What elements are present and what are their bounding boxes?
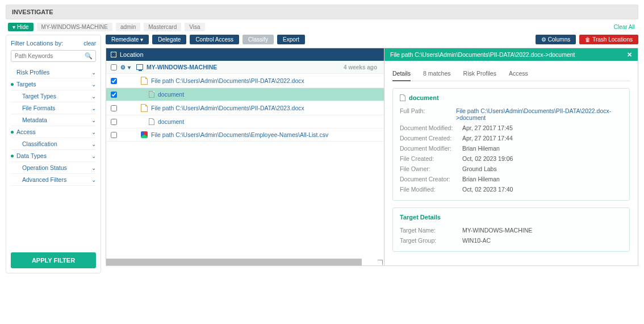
filter-item[interactable]: Risk Profiles⌄ <box>11 67 96 78</box>
file-icon <box>141 104 148 112</box>
status-dot-icon <box>11 83 14 86</box>
detail-row: Document Creator:Brian Hileman <box>400 174 622 184</box>
host-row[interactable]: ⚙ ▾ MY-WINDOWS-MACHINE 4 weeks ago <box>106 61 384 74</box>
filter-clear-link[interactable]: clear <box>83 40 96 47</box>
chevron-down-icon: ⌄ <box>91 129 96 135</box>
gear-icon: ⚙ <box>120 64 126 70</box>
row-checkbox[interactable] <box>111 119 117 125</box>
chevron-down-icon: ⌄ <box>91 141 96 147</box>
row-path: document <box>158 91 184 98</box>
tab-risk-profiles[interactable]: Risk Profiles <box>463 68 496 81</box>
filter-item[interactable]: Metadata⌄ <box>11 114 96 126</box>
filter-sidebar: Filter Locations by: clear 🔍 Risk Profil… <box>6 35 101 273</box>
tab-access[interactable]: Access <box>509 68 528 81</box>
close-icon[interactable]: ✕ <box>627 51 632 58</box>
detail-value: Oct, 02 2023 19:06 <box>462 155 513 162</box>
hide-button[interactable]: ▾ Hide <box>8 23 34 31</box>
chevron-down-icon: ⌄ <box>91 177 96 183</box>
trash-locations-button[interactable]: 🗑 Trash Locations <box>579 35 638 44</box>
delegate-button[interactable]: Delegate <box>152 35 186 44</box>
filter-item[interactable]: Target Types⌄ <box>11 90 96 102</box>
table-row[interactable]: File path C:\Users\Admin\Documents\Emplo… <box>106 128 384 142</box>
remediate-button[interactable]: Remediate ▾ <box>106 35 149 44</box>
filter-icon: ▾ <box>12 24 15 30</box>
host-name: MY-WINDOWS-MACHINE <box>147 64 217 70</box>
detail-key: File Owner: <box>400 165 462 172</box>
filter-item[interactable]: Advanced Filters⌄ <box>11 174 96 186</box>
row-checkbox[interactable] <box>111 105 117 111</box>
tag-mastercard[interactable]: Mastercard <box>144 23 181 31</box>
chevron-down-icon: ⌄ <box>91 165 96 171</box>
document-icon <box>149 118 154 125</box>
export-button[interactable]: Export <box>277 35 305 44</box>
filter-item[interactable]: Classification⌄ <box>11 138 96 150</box>
columns-button[interactable]: ⚙ Columns <box>536 35 576 44</box>
tag-visa[interactable]: Visa <box>185 23 204 31</box>
filter-label: Operation Status <box>22 164 67 171</box>
host-time: 4 weeks ago <box>344 64 379 70</box>
chevron-down-icon: ▾ <box>128 64 131 70</box>
document-icon <box>149 91 154 98</box>
tab-details[interactable]: Details <box>392 68 411 81</box>
apply-filter-button[interactable]: APPLY FILTER <box>11 252 96 268</box>
detail-value: Ground Labs <box>462 165 497 172</box>
horizontal-scrollbar[interactable] <box>106 259 384 265</box>
row-path: File path C:\Users\Admin\Documents\PII-D… <box>151 77 304 84</box>
detail-value: WIN10-AC <box>462 237 491 244</box>
row-checkbox[interactable] <box>111 132 117 138</box>
detail-row: Document Modified:Apr, 27 2017 17:45 <box>400 123 622 133</box>
chevron-down-icon: ⌄ <box>91 81 96 88</box>
detail-row: File Modified:Oct, 02 2023 17:40 <box>400 184 622 194</box>
table-row[interactable]: File path C:\Users\Admin\Documents\PII-D… <box>106 101 384 115</box>
tag-machine[interactable]: MY-WINDOWS-MACHINE <box>37 23 112 31</box>
inspector-title: File path C:\Users\Admin\Documents\PII-D… <box>390 51 575 58</box>
detail-row: Document Modifier:Brian Hileman <box>400 143 622 153</box>
filter-item[interactable]: File Formats⌄ <box>11 102 96 114</box>
detail-row: Document Created:Apr, 27 2017 17:44 <box>400 133 622 143</box>
match-inspector-panel: File path C:\Users\Admin\Documents\PII-D… <box>384 48 638 265</box>
filter-item[interactable]: Access⌄ <box>11 126 96 138</box>
detail-key: File Created: <box>400 155 462 162</box>
detail-value: Apr, 27 2017 17:45 <box>462 124 513 131</box>
status-dot-icon <box>11 155 14 157</box>
detail-row: File Owner:Ground Labs <box>400 164 622 174</box>
search-input[interactable] <box>11 50 96 62</box>
chevron-down-icon: ⌄ <box>91 93 96 99</box>
target-detail-row: Target Group:WIN10-AC <box>400 235 622 246</box>
clear-all-link[interactable]: Clear All <box>614 24 638 30</box>
detail-value: Brian Hileman <box>462 176 500 182</box>
chevron-down-icon: ⌄ <box>91 153 96 159</box>
row-checkbox[interactable] <box>111 92 117 98</box>
classify-button[interactable]: Classify <box>242 35 274 44</box>
table-row[interactable]: document <box>106 115 384 128</box>
row-checkbox[interactable] <box>111 78 117 84</box>
detail-key: File Modified: <box>400 186 462 193</box>
detail-value[interactable]: File path C:\Users\Admin\Documents\PII-D… <box>456 107 622 121</box>
chevron-down-icon: ▾ <box>140 36 143 43</box>
control-access-button[interactable]: Control Access <box>190 35 239 44</box>
host-checkbox[interactable] <box>111 64 117 70</box>
target-details-heading: Target Details <box>400 214 622 221</box>
document-icon <box>400 94 405 101</box>
detail-value: Apr, 27 2017 17:44 <box>462 135 513 142</box>
detail-row: Full Path:File path C:\Users\Admin\Docum… <box>400 106 622 123</box>
filter-item[interactable]: Data Types⌄ <box>11 150 96 162</box>
select-all-checkbox[interactable] <box>111 52 116 57</box>
filter-item[interactable]: Targets⌄ <box>11 78 96 90</box>
filter-item[interactable]: Operation Status⌄ <box>11 162 96 174</box>
tab-matches[interactable]: 8 matches <box>423 68 450 81</box>
host-icon <box>136 64 143 70</box>
table-row[interactable]: document <box>106 88 384 101</box>
search-icon[interactable]: 🔍 <box>85 52 93 60</box>
detail-value: Brian Hileman <box>462 145 500 152</box>
detail-value: MY-WINDOWS-MACHINE <box>462 227 532 234</box>
page-title: INVESTIGATE <box>6 5 638 19</box>
trash-label: Trash Locations <box>592 36 633 43</box>
row-path: document <box>158 118 184 125</box>
filter-heading: Filter Locations by: <box>11 40 63 47</box>
table-row[interactable]: File path C:\Users\Admin\Documents\PII-D… <box>106 74 384 88</box>
tag-admin[interactable]: admin <box>116 23 140 31</box>
detail-row: File Created:Oct, 02 2023 19:06 <box>400 153 622 164</box>
hide-label: Hide <box>17 24 29 30</box>
gear-icon: ⚙ <box>541 36 546 43</box>
